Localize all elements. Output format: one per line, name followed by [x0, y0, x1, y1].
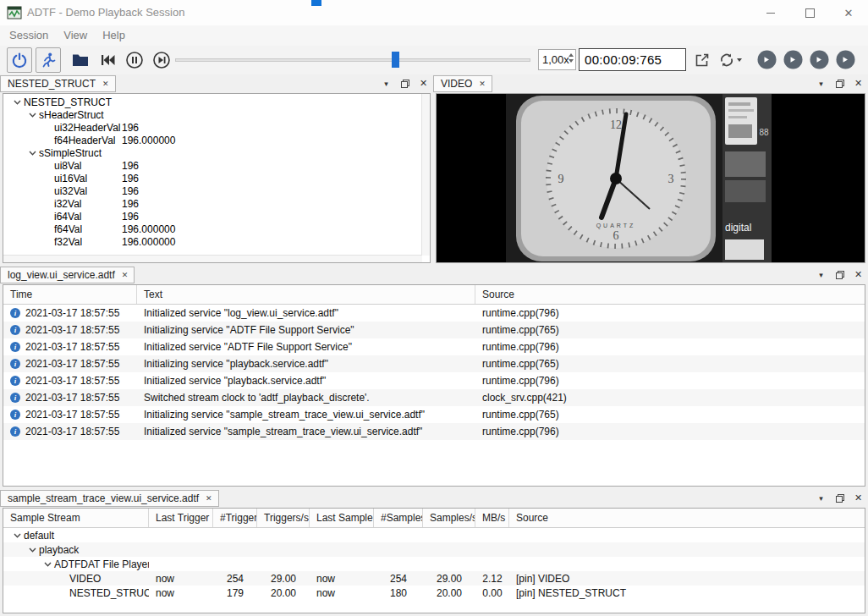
panel-close-button[interactable]: ✕ [417, 77, 430, 90]
panel-menu-button[interactable]: ▾ [815, 268, 827, 281]
tree-item[interactable]: ui8Val196 [3, 159, 421, 172]
panel-menu-button[interactable]: ▾ [380, 77, 393, 90]
column-header-sample-count[interactable]: #Samples [374, 509, 423, 527]
panel-float-button[interactable] [833, 268, 846, 281]
timeline-slider-track[interactable] [175, 58, 530, 62]
trace-row[interactable]: VIDEOnow25429.00now25429.002.12[pin] VID… [3, 571, 865, 586]
trace-row[interactable]: NESTED_STRUCTnow17920.00now18020.000.00[… [3, 586, 865, 600]
tree-item[interactable]: ui32HeaderVal196 [3, 121, 421, 134]
marker-button-3[interactable] [810, 50, 829, 69]
column-header-trigger-count[interactable]: #Trigger [213, 509, 257, 527]
spin-up-icon[interactable] [569, 53, 574, 57]
log-row[interactable]: i2021-03-17 18:57:55Initializing service… [3, 355, 865, 372]
tab-close-icon[interactable]: ✕ [102, 80, 109, 88]
repeat-button[interactable] [715, 49, 745, 71]
open-file-button[interactable] [68, 47, 93, 73]
log-text: Initialized service "ADTF File Support S… [137, 341, 475, 353]
panel-float-button[interactable] [398, 77, 411, 90]
tab-log-view[interactable]: log_view.ui_service.adtf ✕ [0, 267, 135, 283]
column-header-mb-per-s[interactable]: MB/s [475, 509, 509, 527]
panel-menu-button[interactable]: ▾ [815, 77, 827, 90]
tab-close-icon[interactable]: ✕ [206, 494, 212, 503]
vertical-scrollbar[interactable] [421, 94, 430, 256]
playback-speed-spinbox[interactable]: 1,00x [538, 49, 576, 70]
dropdown-arrow-icon[interactable] [737, 58, 742, 62]
marker-button-1[interactable] [757, 50, 777, 69]
chevron-down-icon[interactable] [25, 151, 39, 156]
external-link-icon [694, 52, 711, 69]
tree-item[interactable]: sSimpleStruct [3, 146, 421, 159]
chevron-down-icon[interactable] [10, 533, 24, 538]
playback-time-display[interactable]: 00:00:09:765 [579, 48, 686, 71]
log-row[interactable]: i2021-03-17 18:57:55Initialized service … [3, 305, 865, 322]
pause-button[interactable] [122, 47, 147, 73]
log-row[interactable]: i2021-03-17 18:57:55Initialized service … [3, 423, 865, 440]
column-header-time[interactable]: Time [3, 285, 137, 304]
skip-to-start-button[interactable] [95, 47, 120, 73]
panel-close-button[interactable]: ✕ [852, 492, 865, 504]
tree-item[interactable]: f32Val196.000000 [3, 235, 421, 248]
trace-cell: 254 [374, 573, 423, 585]
maximize-button[interactable] [790, 0, 829, 25]
marker-button-2[interactable] [783, 50, 803, 69]
column-header-source[interactable]: Source [475, 285, 865, 304]
tab-video[interactable]: VIDEO ✕ [433, 75, 492, 92]
open-external-button[interactable] [691, 49, 713, 71]
log-row[interactable]: i2021-03-17 18:57:55Initializing service… [3, 322, 865, 338]
panel-close-button[interactable]: ✕ [852, 77, 865, 90]
panel-float-button[interactable] [833, 492, 846, 504]
chevron-down-icon[interactable] [25, 113, 39, 118]
tab-close-icon[interactable]: ✕ [122, 271, 129, 279]
log-row[interactable]: i2021-03-17 18:57:55Switched stream cloc… [3, 389, 865, 406]
column-header-source[interactable]: Source [509, 509, 865, 527]
log-row[interactable]: i2021-03-17 18:57:55Initializing service… [3, 406, 865, 423]
run-session-button[interactable] [36, 47, 61, 73]
capture-indicator [311, 0, 321, 6]
timeline-slider[interactable] [175, 52, 530, 69]
spin-arrows[interactable] [569, 53, 574, 63]
tree-item[interactable]: ui32Val196 [3, 184, 421, 197]
trace-cell: 180 [374, 587, 423, 599]
maximize-icon [805, 8, 815, 18]
tree-item[interactable]: i32Val196 [3, 197, 421, 210]
spin-down-icon[interactable] [569, 59, 574, 63]
tree-item[interactable]: i64Val196 [3, 210, 421, 223]
timeline-slider-handle[interactable] [392, 52, 399, 68]
horizontal-scrollbar[interactable] [3, 255, 422, 262]
chevron-down-icon[interactable] [10, 100, 24, 105]
tree-item-label: f64HeaderVal [54, 135, 116, 146]
tab-sample-stream-trace[interactable]: sample_stream_trace_view.ui_service.adtf… [0, 490, 219, 507]
column-header-last-sample[interactable]: Last Sample [310, 509, 374, 527]
chevron-down-icon[interactable] [25, 547, 39, 553]
menu-session[interactable]: Session [2, 25, 56, 46]
trace-row[interactable]: playback [3, 542, 865, 557]
tree-item[interactable]: ui16Val196 [3, 172, 421, 184]
clock-numeral: 9 [558, 173, 564, 185]
column-header-last-trigger[interactable]: Last Trigger [149, 509, 213, 527]
marker-button-4[interactable] [836, 50, 855, 69]
column-header-triggers-per-s[interactable]: Triggers/s [257, 509, 310, 527]
init-session-button[interactable] [7, 47, 32, 73]
column-header-samples-per-s[interactable]: Samples/s [423, 509, 475, 527]
trace-row[interactable]: ADTFDAT File Player [3, 557, 865, 571]
panel-menu-button[interactable]: ▾ [815, 492, 827, 504]
menu-view[interactable]: View [56, 25, 95, 46]
column-header-sample-stream[interactable]: Sample Stream [3, 509, 149, 527]
tree-item[interactable]: f64Val196.000000 [3, 223, 421, 235]
column-header-text[interactable]: Text [137, 285, 475, 304]
tree-item[interactable]: sHeaderStruct [3, 108, 421, 121]
trace-row[interactable]: default [3, 528, 865, 542]
tree-item[interactable]: NESTED_STRUCT [3, 96, 421, 108]
chevron-down-icon[interactable] [41, 562, 54, 567]
tab-close-icon[interactable]: ✕ [479, 80, 486, 88]
tab-nested-struct[interactable]: NESTED_STRUCT ✕ [0, 75, 116, 92]
minimize-button[interactable] [751, 0, 790, 25]
log-row[interactable]: i2021-03-17 18:57:55Initialized service … [3, 372, 865, 389]
close-button[interactable]: ✕ [829, 0, 868, 25]
panel-float-button[interactable] [833, 77, 846, 90]
tree-item[interactable]: f64HeaderVal196.000000 [3, 134, 421, 146]
step-forward-button[interactable] [149, 47, 174, 73]
panel-close-button[interactable]: ✕ [852, 268, 865, 281]
log-row[interactable]: i2021-03-17 18:57:55Initialized service … [3, 338, 865, 355]
menu-help[interactable]: Help [95, 25, 133, 46]
